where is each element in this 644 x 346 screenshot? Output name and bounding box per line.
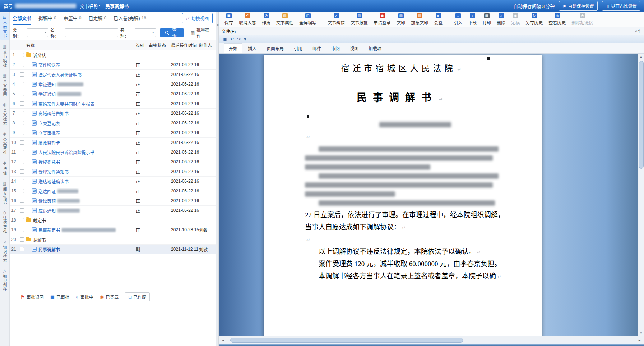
- row-checkbox[interactable]: [18, 160, 26, 164]
- row-checkbox[interactable]: [18, 247, 26, 251]
- table-row[interactable]: 6W离婚案件夫妻共同财产申报表正2021-06-22 16: [10, 99, 216, 109]
- doc-approval-button[interactable]: ▥文书报批: [348, 12, 371, 26]
- doc-link[interactable]: W授权委托书: [26, 159, 136, 165]
- sidebar-item-faxin[interactable]: ◆法信: [0, 159, 9, 177]
- name-input[interactable]: [65, 28, 118, 37]
- doc-link[interactable]: W离婚案件夫妻共同财产申报表: [26, 101, 136, 107]
- table-row[interactable]: 13W受理案件通知书正2021-06-22 16: [10, 167, 216, 177]
- table-row[interactable]: 18裁定书: [10, 215, 216, 225]
- switch-view-button[interactable]: ⇄切换视图: [182, 13, 213, 23]
- doc-link[interactable]: W送达地址确认书: [26, 178, 136, 185]
- ribbon-tab-insert[interactable]: 插入: [243, 44, 261, 53]
- tab-all[interactable]: 全部文书: [13, 12, 31, 25]
- legend-voided[interactable]: □已作废: [125, 292, 150, 301]
- autosave-settings-button[interactable]: ▣自动保存设置: [559, 1, 597, 11]
- category-select[interactable]: ▾: [27, 28, 48, 37]
- ribbon-tab-home[interactable]: 开始: [224, 43, 242, 53]
- row-checkbox[interactable]: [18, 82, 26, 86]
- hscroll-thumb[interactable]: [230, 338, 463, 343]
- save-icon[interactable]: ▣: [223, 37, 227, 42]
- expand-toggle[interactable]: ^全: [635, 28, 641, 34]
- table-row[interactable]: 11W人民法院民事诉讼风险提示书正2021-06-22 16: [10, 147, 216, 157]
- doc-link[interactable]: W法定代表人身份证明书: [26, 72, 136, 78]
- scroll-up-icon[interactable]: ▲: [639, 54, 644, 59]
- tab-drafting[interactable]: 拟稿中0: [38, 12, 56, 25]
- folder-name[interactable]: 裁定书: [26, 217, 136, 223]
- row-checkbox[interactable]: [18, 179, 26, 183]
- ribbon-tab-add-ins[interactable]: 加载项: [364, 44, 386, 53]
- row-checkbox[interactable]: [18, 199, 26, 203]
- collapse-left-icon[interactable]: ◄: [216, 23, 219, 27]
- doc-link[interactable]: W人民法院民事诉讼风险提示书: [26, 149, 136, 155]
- download-button[interactable]: ↓下载: [465, 12, 479, 26]
- document-page[interactable]: 宿迁市宿城区人民法院 民事调解书 22 日立案后，依法进行了审理。在审理过程中，…: [264, 55, 542, 336]
- sidebar-item-knowledge-search[interactable]: ○知识检索: [0, 237, 9, 264]
- doc-link[interactable]: W民事裁定书: [26, 227, 136, 233]
- import-button[interactable]: →引入: [451, 12, 465, 26]
- folder-name[interactable]: 诉辩状: [26, 52, 136, 58]
- redo-icon[interactable]: ↷: [237, 37, 241, 42]
- table-row[interactable]: 10W廉政监督卡正2021-06-22 16: [10, 138, 216, 147]
- scroll-down-icon[interactable]: ▼: [639, 330, 644, 336]
- print-office-button[interactable]: ▤文印: [394, 12, 408, 26]
- urgent-print-button[interactable]: ▤加急文印: [408, 12, 431, 26]
- sidebar-item-similar-case-recommend[interactable]: ◈类案智推: [0, 129, 9, 156]
- panel-splitter[interactable]: ◄: [216, 12, 219, 346]
- doc-link[interactable]: W举证通知: [26, 81, 136, 87]
- doc-link[interactable]: W受理案件通知书: [26, 169, 136, 175]
- doc-link[interactable]: W诉讼费预: [26, 198, 136, 204]
- ribbon-tab-mailings[interactable]: 邮件: [308, 44, 326, 53]
- volume-select[interactable]: ▾: [135, 28, 156, 37]
- row-checkbox[interactable]: [18, 228, 26, 232]
- apply-seal-button[interactable]: ◉申请签章: [371, 12, 394, 26]
- row-checkbox[interactable]: [18, 189, 26, 193]
- table-row[interactable]: 4W举证通知正2021-06-22 16: [10, 79, 216, 89]
- row-checkbox[interactable]: [18, 63, 26, 67]
- void-button[interactable]: ⊘作废: [259, 12, 273, 26]
- folder-name[interactable]: 调解书: [26, 237, 136, 243]
- table-row[interactable]: 16W诉讼费预正2021-06-22 16: [10, 196, 216, 206]
- finalize-button[interactable]: ◆定稿: [508, 12, 523, 26]
- table-row[interactable]: 7W离婚纠纷告知书正2021-06-22 16: [10, 109, 216, 118]
- row-checkbox[interactable]: [18, 208, 26, 213]
- row-checkbox[interactable]: [18, 72, 26, 77]
- table-row[interactable]: 2W案件移送表正2021-06-22 16: [10, 60, 216, 70]
- row-checkbox[interactable]: [18, 53, 26, 57]
- sidebar-item-reading-notes[interactable]: ▧阅卷笔记: [0, 179, 9, 206]
- doc-link[interactable]: W廉政监督卡: [26, 140, 136, 146]
- ribbon-tab-view[interactable]: 视图: [345, 44, 363, 53]
- table-row[interactable]: 21W民事调解书副2021-11-12 11刘敏: [10, 245, 216, 254]
- table-row[interactable]: 9W立案审批表正2021-06-22 16: [10, 128, 216, 138]
- table-row[interactable]: 15W送达回证正2021-06-22 16: [10, 186, 216, 196]
- cancel-filing-button[interactable]: ↶取消入卷: [236, 12, 259, 26]
- doc-link[interactable]: W离婚纠纷告知书: [26, 110, 136, 117]
- query-button[interactable]: 查询: [160, 28, 184, 37]
- table-row[interactable]: 8W立案登记表正2021-06-22 16: [10, 118, 216, 128]
- row-checkbox[interactable]: [18, 111, 26, 115]
- file-menu[interactable]: 文件(F): [222, 28, 236, 34]
- row-checkbox[interactable]: [18, 131, 26, 135]
- table-row[interactable]: 3W法定代表人身份证明书正2021-06-22 16: [10, 70, 216, 79]
- table-row[interactable]: 17W应诉通知正2021-06-22 16: [10, 206, 216, 215]
- row-checkbox[interactable]: [18, 150, 26, 154]
- horizontal-scrollbar[interactable]: ◄ ►: [219, 336, 644, 344]
- sidebar-item-faxin-recommend[interactable]: ◇法信智推: [0, 208, 9, 235]
- doc-link[interactable]: W立案审批表: [26, 130, 136, 136]
- sidebar-item-case-documents[interactable]: ▤本案文书: [0, 13, 9, 40]
- doc-proofread-button[interactable]: ✓文书纠错: [325, 12, 348, 26]
- doc-link[interactable]: W举证通知: [26, 91, 136, 97]
- sidebar-item-case-files[interactable]: ▦本案卷宗: [0, 71, 9, 98]
- row-checkbox[interactable]: [18, 121, 26, 125]
- undo-icon[interactable]: ↶: [230, 37, 234, 42]
- sidebar-item-doc-templates[interactable]: ▥文书模板: [0, 42, 9, 69]
- ui-scale-settings-button[interactable]: ◫界面占比设置: [602, 1, 640, 11]
- row-checkbox[interactable]: [18, 237, 26, 242]
- table-row[interactable]: 1诉辩状: [10, 50, 216, 60]
- tab-finalized[interactable]: 已定稿0: [88, 12, 106, 25]
- tab-filed[interactable]: 已入卷(完稿)18: [113, 12, 146, 25]
- ribbon-tab-review[interactable]: 审阅: [326, 44, 344, 53]
- table-row[interactable]: 5W举证通知正2021-06-22 16: [10, 89, 216, 99]
- table-row[interactable]: 19W民事裁定书正2021-10-28 15刘敏: [10, 225, 216, 235]
- doc-link[interactable]: W应诉通知: [26, 208, 136, 214]
- row-checkbox[interactable]: [18, 101, 26, 106]
